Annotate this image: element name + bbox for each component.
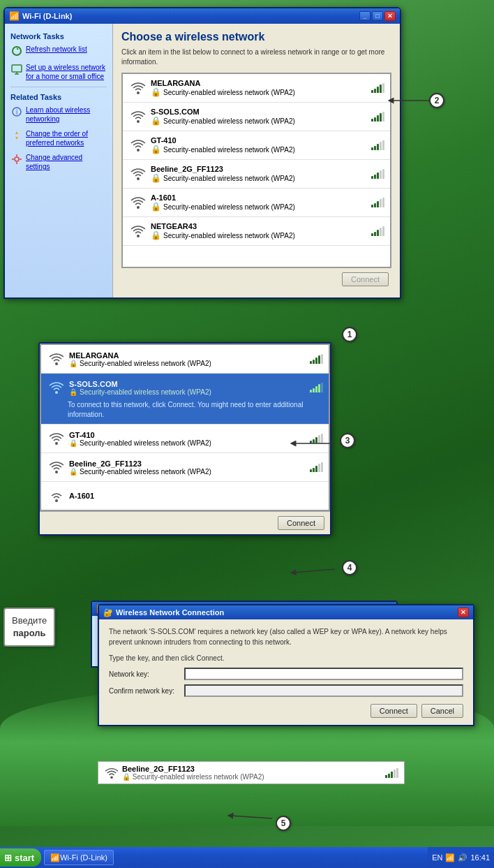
svg-point-8	[15, 157, 19, 161]
wifi-body: Network Tasks Refresh network list Set u…	[5, 24, 400, 297]
network-tasks-title: Network Tasks	[10, 32, 107, 41]
password-dialog-body: The network 'S-SOLS.COM' requires a netw…	[99, 619, 473, 725]
network-entry-5[interactable]: NETGEAR43 🔒 Security-enabled wireless ne…	[123, 217, 390, 246]
s2-content-0: MELARGANA 🔒 Security-enabled wireless ne…	[69, 351, 310, 367]
taskbar-wifi-label: Wi-Fi (D-Link)	[60, 853, 107, 862]
sidebar-item-change-order[interactable]: Change the order of preferred networks	[10, 129, 107, 147]
network-content-1: S-SOLS.COM 🔒 Security-enabled wireless n…	[151, 108, 371, 126]
callout-bubble-3: 3	[340, 433, 355, 448]
signal-3	[371, 169, 384, 179]
related-tasks-title: Related Tasks	[10, 93, 107, 101]
sidebar-item-learn[interactable]: i Learn about wireless networking	[10, 105, 107, 124]
titlebar-buttons: _ □ ✕	[359, 11, 396, 21]
password-connect-button[interactable]: Connect	[370, 704, 417, 718]
tray-icon-clock: 16:41	[470, 853, 490, 862]
network-key-row: Network key:	[109, 668, 463, 680]
svg-point-24	[55, 499, 58, 502]
s2-signal-1	[310, 383, 323, 392]
network-antenna-2	[128, 135, 148, 155]
start-button[interactable]: ⊞ start	[0, 848, 41, 867]
network-antenna-0	[128, 78, 148, 98]
change-advanced-label[interactable]: Change advanced settings	[26, 153, 107, 171]
s2-network-4[interactable]: A-1601	[41, 482, 329, 510]
wifi-sidebar: Network Tasks Refresh network list Set u…	[5, 24, 113, 297]
svg-point-23	[55, 471, 58, 473]
network-entry-2[interactable]: GT-410 🔒 Security-enabled wireless netwo…	[123, 131, 390, 160]
wifi-network-list[interactable]: MELARGANA 🔒 Security-enabled wireless ne…	[121, 73, 391, 268]
s2-antenna-1	[47, 378, 66, 397]
svg-point-15	[137, 149, 140, 152]
sidebar-item-change-advanced[interactable]: Change advanced settings	[10, 153, 107, 171]
start-icon: ⊞	[4, 853, 12, 863]
s2-antenna-4	[47, 486, 66, 506]
signal-5	[371, 226, 384, 236]
connect-button[interactable]: Connect	[342, 272, 389, 286]
network-name-0: MELARGANA	[151, 79, 371, 87]
password-cancel-button[interactable]: Cancel	[421, 704, 463, 718]
svg-point-14	[137, 120, 140, 123]
callout-bubble-5: 5	[276, 816, 291, 831]
network-content-0: MELARGANA 🔒 Security-enabled wireless ne…	[151, 79, 371, 97]
s2-name-4: A-1601	[69, 492, 323, 500]
callout-bubble-4: 4	[342, 560, 357, 575]
tray-icon-sound: 🔊	[458, 853, 467, 862]
wifi-title-text: Wi-Fi (D-Link)	[22, 12, 359, 20]
network-key-label: Network key:	[109, 670, 179, 678]
wifi-main-window: 📶 Wi-Fi (D-Link) _ □ ✕ Network Tasks Ref…	[3, 7, 401, 299]
setup-label[interactable]: Set up a wireless network for a home or …	[26, 63, 107, 81]
network-type-0: 🔒 Security-enabled wireless network (WPA…	[151, 87, 371, 97]
change-order-label[interactable]: Change the order of preferred networks	[26, 129, 107, 147]
maximize-button[interactable]: □	[372, 11, 383, 21]
taskbar-wifi-item[interactable]: 📶 Wi-Fi (D-Link)	[44, 850, 114, 865]
s2-network-0[interactable]: MELARGANA 🔒 Security-enabled wireless ne…	[41, 345, 329, 374]
s2-content-1: S-SOLS.COM 🔒 Security-enabled wireless n…	[69, 380, 310, 396]
password-dialog-section: 🔐 Wireless Network Connection ✕ The netw…	[98, 604, 474, 726]
s2-network-1[interactable]: S-SOLS.COM 🔒 Security-enabled wireless n…	[41, 374, 329, 425]
password-titlebar: 🔐 Wireless Network Connection ✕	[99, 605, 473, 619]
network-entry-0[interactable]: MELARGANA 🔒 Security-enabled wireless ne…	[123, 74, 390, 103]
instruction-row: Type the key, and then click Connect.	[109, 653, 463, 663]
network-antenna-3	[128, 164, 148, 184]
signal-4	[371, 198, 384, 207]
network-type-1: 🔒 Security-enabled wireless network (WPA…	[151, 116, 371, 126]
learn-label[interactable]: Learn about wireless networking	[26, 105, 107, 124]
network-type-2: 🔒 Security-enabled wireless network (WPA…	[151, 145, 371, 154]
svg-marker-6	[15, 131, 18, 134]
s2-type-3: 🔒 Security-enabled wireless network (WPA…	[69, 468, 310, 476]
wifi-main-content: Choose a wireless network Click an item …	[113, 24, 400, 297]
network-type-5: 🔒 Security-enabled wireless network (WPA…	[151, 230, 371, 240]
svg-text:i: i	[16, 108, 17, 116]
lang-indicator: EN	[432, 853, 442, 862]
sidebar-item-setup[interactable]: Set up a wireless network for a home or …	[10, 63, 107, 81]
change-advanced-icon	[10, 153, 23, 165]
s2-signal-0	[310, 354, 323, 364]
refresh-label[interactable]: Refresh network list	[26, 45, 87, 54]
network-content-3: Beeline_2G_FF1123 🔒 Security-enabled wir…	[151, 165, 371, 183]
wifi-titlebar: 📶 Wi-Fi (D-Link) _ □ ✕	[5, 8, 400, 24]
network-key-input[interactable]	[184, 668, 463, 680]
section1-wifi-window: 📶 Wi-Fi (D-Link) _ □ ✕ Network Tasks Ref…	[3, 7, 401, 299]
close-button[interactable]: ✕	[384, 11, 396, 21]
network-entry-1[interactable]: S-SOLS.COM 🔒 Security-enabled wireless n…	[123, 103, 390, 131]
svg-line-26	[293, 569, 335, 573]
s2-connect-button[interactable]: Connect	[278, 516, 324, 530]
s2-expand-text: To connect to this network, click Connec…	[47, 400, 323, 420]
sidebar-item-refresh[interactable]: Refresh network list	[10, 45, 107, 57]
svg-point-17	[137, 206, 140, 209]
svg-point-28	[110, 776, 113, 779]
network-antenna-4	[128, 193, 148, 212]
section2-network-list[interactable]: MELARGANA 🔒 Security-enabled wireless ne…	[40, 344, 330, 511]
network-entry-3[interactable]: Beeline_2G_FF1123 🔒 Security-enabled wir…	[123, 160, 390, 189]
network-type-3: 🔒 Security-enabled wireless network (WPA…	[151, 173, 371, 183]
password-close-button[interactable]: ✕	[458, 608, 469, 617]
network-name-1: S-SOLS.COM	[151, 108, 371, 116]
svg-point-13	[137, 91, 140, 94]
password-desc: The network 'S-SOLS.COM' requires a netw…	[109, 626, 463, 647]
network-entry-4[interactable]: A-1601 🔒 Security-enabled wireless netwo…	[123, 189, 390, 217]
confirm-key-input[interactable]	[184, 684, 463, 697]
minimize-button[interactable]: _	[359, 11, 370, 21]
svg-point-16	[137, 177, 140, 180]
svg-rect-1	[12, 65, 22, 72]
s2-name-1: S-SOLS.COM	[69, 380, 310, 388]
taskbar-wifi-icon: 📶	[50, 853, 60, 862]
